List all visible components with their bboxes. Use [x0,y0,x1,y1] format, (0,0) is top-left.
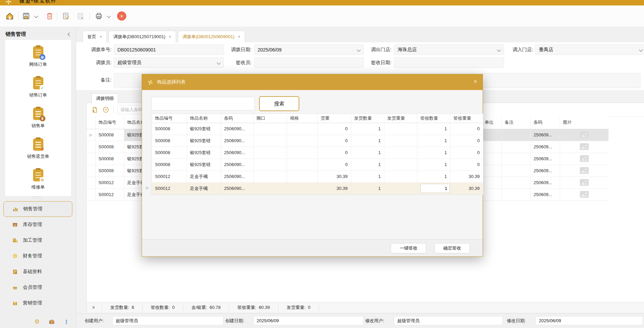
cell-barcode[interactable]: 250609... [530,129,560,141]
transfer-date-select[interactable]: 2025/06/09 [254,44,364,55]
sidebar-collapse-button[interactable] [67,32,71,37]
cell-ship-qty[interactable]: 1 [351,135,384,147]
settings-gear-icon[interactable]: ⚙ [34,319,40,325]
remove-item-button[interactable] [102,106,110,114]
cell-remark[interactable] [501,177,530,189]
sidebar-item-sales-slip[interactable]: ¥销售单 [31,107,45,129]
cell-spec[interactable] [287,147,317,159]
sidebar-nav-basic-data[interactable]: 基础资料 [3,264,72,280]
cell-ship-qty[interactable]: 1 [351,123,384,135]
cell-ship-weight[interactable] [384,147,417,159]
briefcase-icon[interactable] [49,319,55,324]
sidebar-item-repair-slip[interactable]: ⚙维修单 [31,168,45,190]
cell-sign-qty[interactable]: 1 [417,135,450,147]
cell-unit[interactable] [482,177,501,189]
tab-transfer-DB001250609001[interactable]: 调拨单(DB001250609001)× [178,31,245,42]
sidebar-nav-processing-mgmt[interactable]: 加工管理 [3,233,72,248]
cell-sign-weight[interactable]: 30.39 [450,170,483,182]
cell-code[interactable]: S00008 [152,135,187,147]
sign-qty-input[interactable] [420,184,450,193]
tab-close-icon[interactable]: × [238,34,240,39]
cell-spec[interactable] [287,159,317,170]
transfer-person-select[interactable]: 超级管理员 [114,57,224,68]
layers-icon[interactable] [91,304,102,310]
cell-code[interactable]: S00012 [152,170,187,182]
transfer-no-input[interactable]: DB001250609001 [114,44,224,55]
cell-barcode[interactable]: 2506090... [221,170,253,182]
cell-unit[interactable] [482,189,501,200]
add-item-button[interactable] [91,106,98,114]
cell-spec[interactable] [287,182,317,194]
cell-unit[interactable] [482,141,501,153]
cell-code[interactable]: S00012 [152,182,187,194]
cell-weight[interactable]: 30.39 [317,182,351,194]
cell-image[interactable] [560,165,609,177]
sign-all-button[interactable]: 一键签收 [391,243,426,253]
from-store-select[interactable]: 海珠总店 [394,44,504,55]
cell-barcode[interactable]: 250609... [530,141,560,153]
to-store-select[interactable]: 番禺店 [535,44,644,55]
cell-code[interactable]: S00008 [152,147,187,159]
tab-home[interactable]: 首页× [83,31,107,42]
cell-code[interactable]: S00012 [95,177,124,189]
cell-ring[interactable] [253,182,287,194]
cell-remark[interactable] [501,129,530,141]
sidebar-item-online-order[interactable]: ⊕网络订单 [29,45,47,68]
dialog-header[interactable]: 饰品选择列表 [142,74,483,90]
receive-date-input[interactable] [394,57,504,68]
cell-code[interactable]: S00012 [95,189,124,200]
sidebar-nav-inventory-mgmt[interactable]: 库存管理 [3,217,72,233]
cell-ship-qty[interactable]: 1 [351,182,384,194]
cell-sign-weight[interactable]: 0 [450,123,483,135]
cell-name[interactable]: 足金手镯 [187,170,221,182]
print-dropdown-chevron-icon[interactable] [107,14,111,18]
cell-weight[interactable]: 0 [317,135,351,147]
sidebar-drag-handle[interactable] [0,195,76,199]
cell-weight[interactable]: 30.39 [317,170,351,182]
cell-barcode[interactable]: 250609... [530,165,560,177]
cell-barcode[interactable]: 250609... [530,153,560,165]
cell-remark[interactable] [501,165,530,177]
sidebar-nav-member-mgmt[interactable]: 会员管理 [3,280,72,295]
tab-close-icon[interactable]: × [169,34,171,39]
cell-code[interactable]: S00008 [152,123,187,135]
home-button[interactable] [5,11,15,21]
cell-barcode[interactable]: 2506090... [221,135,253,147]
more-options-icon[interactable]: ⋮ [64,319,69,324]
cell-ship-weight[interactable] [384,182,417,194]
cell-weight[interactable]: 0 [317,147,351,159]
audit-button[interactable] [61,12,70,21]
cell-weight[interactable]: 0 [317,159,351,170]
cell-weight[interactable]: 0 [317,123,351,135]
cell-name[interactable]: 足金手镯 [187,182,221,194]
cell-barcode[interactable]: 2506090... [221,123,253,135]
cell-name[interactable]: 银925套链 [187,123,221,135]
dialog-search-button[interactable]: 搜索 [259,96,299,111]
cell-spec[interactable] [287,135,317,147]
cell-sign-qty[interactable]: 1 [417,170,450,182]
cell-sign-qty[interactable]: 1 [417,159,450,170]
cell-ring[interactable] [253,123,287,135]
cell-ship-weight[interactable] [384,159,417,170]
delete-button[interactable] [45,12,54,21]
cell-barcode[interactable]: 250609... [530,189,560,200]
cell-image[interactable] [560,177,609,189]
cell-code[interactable]: S00008 [95,129,124,141]
cell-code[interactable]: S00008 [95,141,124,153]
cell-sign-qty[interactable] [417,182,450,194]
cell-sign-weight[interactable]: 0 [450,147,483,159]
cell-name[interactable]: 银925套链 [187,135,221,147]
cell-unit[interactable] [482,165,501,177]
sidebar-item-sales-return[interactable]: ↺销售退货单 [27,137,49,160]
cell-ship-weight[interactable] [384,123,417,135]
cell-image[interactable] [560,129,609,141]
dialog-close-icon[interactable] [473,78,477,85]
cell-sign-weight[interactable]: 0 [450,135,483,147]
confirm-sign-button[interactable]: 确定签收 [434,243,470,253]
cell-unit[interactable] [482,153,501,165]
tab-transfer-detail[interactable]: 调拨明细 [91,93,118,103]
cell-spec[interactable] [287,170,317,182]
cell-ring[interactable] [253,170,287,182]
cell-unit[interactable] [482,129,501,141]
tab-close-icon[interactable]: × [100,34,102,39]
